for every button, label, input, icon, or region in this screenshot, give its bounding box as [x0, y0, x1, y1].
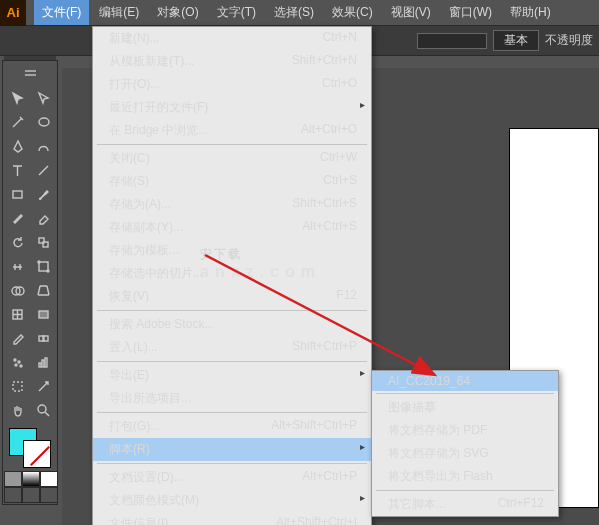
file-menu-item-23[interactable]: 文档设置(D)...Alt+Ctrl+P [93, 466, 371, 489]
rotate-tool[interactable] [4, 230, 30, 254]
slice-tool[interactable] [30, 374, 56, 398]
file-menu-item-24[interactable]: 文档颜色模式(M) [93, 489, 371, 512]
artboard-tool[interactable] [4, 374, 30, 398]
svg-point-16 [18, 361, 20, 363]
draw-normal[interactable] [4, 487, 22, 503]
file-menu-item-3[interactable]: 最近打开的文件(F) [93, 96, 371, 119]
selection-tool[interactable] [4, 86, 30, 110]
file-menu-item-14[interactable]: 搜索 Adobe Stock... [93, 313, 371, 336]
color-mode[interactable] [4, 471, 22, 487]
curvature-tool[interactable] [30, 134, 56, 158]
file-menu-item-8[interactable]: 存储为(A)...Shift+Ctrl+S [93, 193, 371, 216]
direct-selection-tool[interactable] [30, 86, 56, 110]
file-menu-item-label: 从模板新建(T)... [109, 53, 194, 70]
free-transform-tool[interactable] [30, 254, 56, 278]
svg-point-17 [15, 364, 17, 366]
scripts-submenu-item-7[interactable]: 其它脚本...Ctrl+F12 [372, 493, 558, 516]
file-menu-item-label: 打开(O)... [109, 76, 160, 93]
file-menu-separator [97, 412, 367, 413]
file-menu-item-11[interactable]: 存储选中的切片... [93, 262, 371, 285]
scripts-submenu-separator [376, 393, 554, 394]
file-menu-item-20[interactable]: 打包(G)...Alt+Shift+Ctrl+P [93, 415, 371, 438]
file-menu-item-shortcut: Shift+Ctrl+N [292, 53, 357, 70]
file-menu-item-9[interactable]: 存储副本(Y)...Alt+Ctrl+S [93, 216, 371, 239]
menu-文字[interactable]: 文字(T) [209, 0, 264, 25]
file-menu-item-shortcut: Ctrl+S [323, 173, 357, 190]
scripts-submenu-item-5[interactable]: 将文档导出为 Flash [372, 465, 558, 488]
stroke-color[interactable] [23, 440, 51, 468]
file-menu-item-0[interactable]: 新建(N)...Ctrl+N [93, 27, 371, 50]
line-tool[interactable] [30, 158, 56, 182]
mesh-tool[interactable] [4, 302, 30, 326]
column-graph-tool[interactable] [30, 350, 56, 374]
perspective-grid-tool[interactable] [30, 278, 56, 302]
svg-rect-6 [39, 262, 48, 271]
file-menu-item-15[interactable]: 置入(L)...Shift+Ctrl+P [93, 336, 371, 359]
scripts-submenu-item-0[interactable]: AI_CC2019_64 [372, 371, 558, 391]
toolbox-grip[interactable] [4, 62, 56, 86]
eraser-tool[interactable] [30, 206, 56, 230]
menu-效果[interactable]: 效果(C) [324, 0, 381, 25]
scripts-submenu-item-4[interactable]: 将文档存储为 SVG [372, 442, 558, 465]
shape-builder-tool[interactable] [4, 278, 30, 302]
magic-wand-tool[interactable] [4, 110, 30, 134]
svg-line-24 [45, 412, 49, 416]
scripts-submenu-item-label: 将文档存储为 SVG [388, 445, 489, 462]
file-menu-item-label: 文档设置(D)... [109, 469, 184, 486]
draw-inside[interactable] [40, 487, 58, 503]
file-menu-item-17[interactable]: 导出(E) [93, 364, 371, 387]
width-tool[interactable] [4, 254, 30, 278]
gradient-tool[interactable] [30, 302, 56, 326]
scripts-submenu-item-label: 图像描摹 [388, 399, 436, 416]
file-menu-item-10[interactable]: 存储为模板... [93, 239, 371, 262]
fill-stroke-swatch[interactable] [4, 425, 56, 471]
file-menu-item-2[interactable]: 打开(O)...Ctrl+O [93, 73, 371, 96]
file-menu-item-7[interactable]: 存储(S)Ctrl+S [93, 170, 371, 193]
file-menu-item-1[interactable]: 从模板新建(T)...Shift+Ctrl+N [93, 50, 371, 73]
scale-tool[interactable] [30, 230, 56, 254]
menu-文件[interactable]: 文件(F) [34, 0, 89, 25]
menu-视图[interactable]: 视图(V) [383, 0, 439, 25]
none-mode[interactable] [40, 471, 58, 487]
svg-rect-12 [39, 311, 48, 318]
draw-behind[interactable] [22, 487, 40, 503]
svg-line-2 [39, 166, 48, 175]
file-menu-item-label: 恢复(V) [109, 288, 149, 305]
file-menu-item-25[interactable]: 文件信息(I)...Alt+Shift+Ctrl+I [93, 512, 371, 525]
scripts-submenu-item-label: 将文档导出为 Flash [388, 468, 493, 485]
file-menu-item-label: 文件信息(I)... [109, 515, 178, 525]
menu-对象[interactable]: 对象(O) [149, 0, 206, 25]
shaper-tool[interactable] [4, 206, 30, 230]
menu-窗口[interactable]: 窗口(W) [441, 0, 500, 25]
file-menu-item-12: 恢复(V)F12 [93, 285, 371, 308]
blend-tool[interactable] [30, 326, 56, 350]
lasso-tool[interactable] [30, 110, 56, 134]
gradient-mode[interactable] [22, 471, 40, 487]
file-menu-item-21[interactable]: 脚本(R) [93, 438, 371, 461]
scripts-submenu-item-label: 其它脚本... [388, 496, 446, 513]
menu-帮助[interactable]: 帮助(H) [502, 0, 559, 25]
symbol-sprayer-tool[interactable] [4, 350, 30, 374]
type-tool[interactable] [4, 158, 30, 182]
file-menu-item-shortcut: Shift+Ctrl+S [292, 196, 357, 213]
scripts-submenu-item-3[interactable]: 将文档存储为 PDF [372, 419, 558, 442]
hand-tool[interactable] [4, 398, 30, 422]
file-menu-item-18[interactable]: 导出所选项目... [93, 387, 371, 410]
pen-tool[interactable] [4, 134, 30, 158]
menu-选择[interactable]: 选择(S) [266, 0, 322, 25]
eyedropper-tool[interactable] [4, 326, 30, 350]
menu-编辑[interactable]: 编辑(E) [91, 0, 147, 25]
rectangle-tool[interactable] [4, 182, 30, 206]
file-menu-item-6[interactable]: 关闭(C)Ctrl+W [93, 147, 371, 170]
file-menu-item-shortcut: Shift+Ctrl+P [292, 339, 357, 356]
zoom-tool[interactable] [30, 398, 56, 422]
graphic-style-basic[interactable]: 基本 [493, 30, 539, 51]
stroke-preview[interactable] [417, 33, 487, 49]
svg-point-15 [14, 359, 16, 361]
paintbrush-tool[interactable] [30, 182, 56, 206]
app-logo: Ai [0, 0, 26, 26]
file-menu-item-label: 置入(L)... [109, 339, 158, 356]
scripts-submenu-item-2[interactable]: 图像描摹 [372, 396, 558, 419]
file-menu-item-shortcut: Alt+Shift+Ctrl+I [276, 515, 357, 525]
file-menu-separator [97, 361, 367, 362]
